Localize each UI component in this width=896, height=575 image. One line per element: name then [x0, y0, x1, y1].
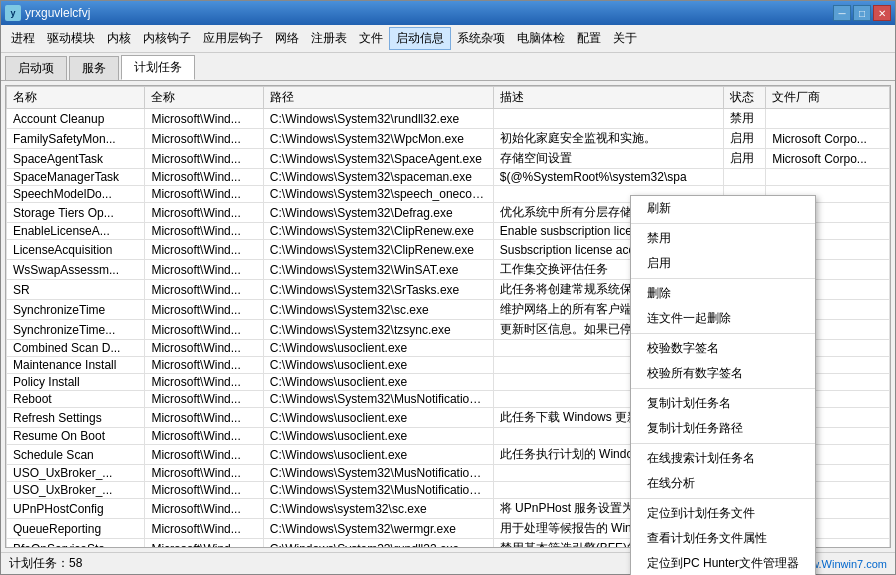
cell-名称: Reboot [7, 391, 145, 408]
menu-separator [631, 388, 815, 389]
tab-启动项[interactable]: 启动项 [5, 56, 67, 80]
cell-全称: Microsoft\Wind... [145, 320, 263, 340]
cell-全称: Microsoft\Wind... [145, 539, 263, 549]
cell-路径: C:\Windows\System32\sc.exe [263, 300, 493, 320]
cell-全称: Microsoft\Wind... [145, 280, 263, 300]
context-menu-item-连文件一起删除[interactable]: 连文件一起删除 [631, 306, 815, 331]
cell-全称: Microsoft\Wind... [145, 129, 263, 149]
menu-item-文件[interactable]: 文件 [353, 28, 389, 49]
table-row[interactable]: SpaceManagerTaskMicrosoft\Wind...C:\Wind… [7, 169, 890, 186]
cell-路径: C:\Windows\usoclient.exe [263, 445, 493, 465]
menu-item-应用层钩子[interactable]: 应用层钩子 [197, 28, 269, 49]
cell-名称: BfeOnServiceSta... [7, 539, 145, 549]
cell-全称: Microsoft\Wind... [145, 519, 263, 539]
cell-描述: 初始化家庭安全监视和实施。 [493, 129, 723, 149]
menu-separator [631, 223, 815, 224]
context-menu-item-刷新[interactable]: 刷新 [631, 196, 815, 221]
menu-item-系统杂项[interactable]: 系统杂项 [451, 28, 511, 49]
context-menu-item-查看计划任务文件属性[interactable]: 查看计划任务文件属性 [631, 526, 815, 551]
cell-路径: C:\Windows\System32\spaceman.exe [263, 169, 493, 186]
cell-名称: LicenseAcquisition [7, 240, 145, 260]
menu-item-内核[interactable]: 内核 [101, 28, 137, 49]
menu-separator [631, 278, 815, 279]
col-header-名称: 名称 [7, 87, 145, 109]
main-window: y yrxguvlelcfvj ─ □ ✕ 进程驱动模块内核内核钩子应用层钩子网… [0, 0, 896, 575]
window-title: yrxguvlelcfvj [25, 6, 90, 20]
menu-item-进程[interactable]: 进程 [5, 28, 41, 49]
table-row[interactable]: SpaceAgentTaskMicrosoft\Wind...C:\Window… [7, 149, 890, 169]
context-menu-item-启用[interactable]: 启用 [631, 251, 815, 276]
cell-路径: C:\Windows\System32\MusNotification.exe [263, 465, 493, 482]
menu-item-驱动模块[interactable]: 驱动模块 [41, 28, 101, 49]
cell-文件厂商: Microsoft Corpo... [766, 129, 890, 149]
cell-路径: C:\Windows\System32\wermgr.exe [263, 519, 493, 539]
cell-路径: C:\Windows\System32\SpaceAgent.exe [263, 149, 493, 169]
table-row[interactable]: Account CleanupMicrosoft\Wind...C:\Windo… [7, 109, 890, 129]
menu-item-关于[interactable]: 关于 [607, 28, 643, 49]
cell-名称: UPnPHostConfig [7, 499, 145, 519]
cell-名称: QueueReporting [7, 519, 145, 539]
cell-全称: Microsoft\Wind... [145, 186, 263, 203]
cell-名称: SynchronizeTime [7, 300, 145, 320]
menu-item-启动信息[interactable]: 启动信息 [389, 27, 451, 50]
cell-全称: Microsoft\Wind... [145, 169, 263, 186]
cell-路径: C:\Windows\System32\rundll32.exe [263, 539, 493, 549]
tab-服务[interactable]: 服务 [69, 56, 119, 80]
cell-全称: Microsoft\Wind... [145, 357, 263, 374]
context-menu-item-在线分析[interactable]: 在线分析 [631, 471, 815, 496]
cell-状态: 禁用 [723, 109, 766, 129]
cell-路径: C:\Windows\System32\ClipRenew.exe [263, 223, 493, 240]
context-menu-item-定位到计划任务文件[interactable]: 定位到计划任务文件 [631, 501, 815, 526]
menu-item-电脑体检[interactable]: 电脑体检 [511, 28, 571, 49]
cell-全称: Microsoft\Wind... [145, 149, 263, 169]
table-row[interactable]: FamilySafetyMon...Microsoft\Wind...C:\Wi… [7, 129, 890, 149]
cell-路径: C:\Windows\System32\MusNotification.exe [263, 391, 493, 408]
cell-路径: C:\Windows\System32\Defrag.exe [263, 203, 493, 223]
cell-描述: 存储空间设置 [493, 149, 723, 169]
context-menu-item-复制计划任务名[interactable]: 复制计划任务名 [631, 391, 815, 416]
cell-全称: Microsoft\Wind... [145, 223, 263, 240]
cell-全称: Microsoft\Wind... [145, 260, 263, 280]
cell-路径: C:\Windows\System32\WpcMon.exe [263, 129, 493, 149]
title-bar: y yrxguvlelcfvj ─ □ ✕ [1, 1, 895, 25]
cell-状态 [723, 169, 766, 186]
col-header-全称: 全称 [145, 87, 263, 109]
cell-名称: USO_UxBroker_... [7, 465, 145, 482]
cell-路径: C:\Windows\system32\sc.exe [263, 499, 493, 519]
menu-item-注册表[interactable]: 注册表 [305, 28, 353, 49]
cell-状态: 启用 [723, 129, 766, 149]
title-buttons: ─ □ ✕ [833, 5, 891, 21]
cell-全称: Microsoft\Wind... [145, 428, 263, 445]
cell-路径: C:\Windows\System32\WinSAT.exe [263, 260, 493, 280]
cell-全称: Microsoft\Wind... [145, 408, 263, 428]
task-count: 计划任务：58 [9, 555, 82, 572]
menu-item-内核钩子[interactable]: 内核钩子 [137, 28, 197, 49]
menu-bar: 进程驱动模块内核内核钩子应用层钩子网络注册表文件启动信息系统杂项电脑体检配置关于 [1, 25, 895, 53]
maximize-button[interactable]: □ [853, 5, 871, 21]
cell-路径: C:\Windows\System32\ClipRenew.exe [263, 240, 493, 260]
cell-名称: Storage Tiers Op... [7, 203, 145, 223]
context-menu-item-在线搜索计划任务名[interactable]: 在线搜索计划任务名 [631, 446, 815, 471]
tab-计划任务[interactable]: 计划任务 [121, 55, 195, 80]
menu-item-配置[interactable]: 配置 [571, 28, 607, 49]
cell-名称: Schedule Scan [7, 445, 145, 465]
col-header-状态: 状态 [723, 87, 766, 109]
context-menu-item-禁用[interactable]: 禁用 [631, 226, 815, 251]
menu-item-网络[interactable]: 网络 [269, 28, 305, 49]
cell-文件厂商: Microsoft Corpo... [766, 149, 890, 169]
context-menu-item-校验所有数字签名[interactable]: 校验所有数字签名 [631, 361, 815, 386]
col-header-路径: 路径 [263, 87, 493, 109]
cell-文件厂商 [766, 109, 890, 129]
cell-路径: C:\Windows\usoclient.exe [263, 357, 493, 374]
col-header-文件厂商: 文件厂商 [766, 87, 890, 109]
context-menu-item-定位到PC Hunter文件管理器[interactable]: 定位到PC Hunter文件管理器 [631, 551, 815, 575]
cell-名称: Combined Scan D... [7, 340, 145, 357]
context-menu-item-校验数字签名[interactable]: 校验数字签名 [631, 336, 815, 361]
minimize-button[interactable]: ─ [833, 5, 851, 21]
context-menu-item-删除[interactable]: 删除 [631, 281, 815, 306]
close-button[interactable]: ✕ [873, 5, 891, 21]
cell-全称: Microsoft\Wind... [145, 300, 263, 320]
cell-路径: C:\Windows\System32\SrTasks.exe [263, 280, 493, 300]
cell-描述 [493, 109, 723, 129]
context-menu-item-复制计划任务路径[interactable]: 复制计划任务路径 [631, 416, 815, 441]
